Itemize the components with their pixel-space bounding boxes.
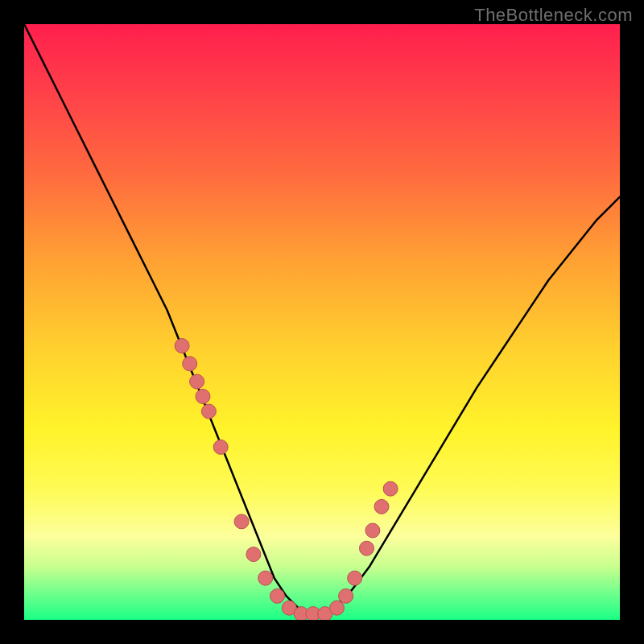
data-point	[196, 390, 210, 404]
data-point	[175, 339, 189, 353]
data-point	[365, 523, 380, 538]
data-point	[246, 547, 261, 562]
data-point	[330, 601, 345, 615]
data-point	[213, 440, 228, 454]
data-point	[234, 514, 249, 529]
chart-svg	[24, 24, 620, 620]
bottleneck-curve	[24, 24, 620, 614]
data-point	[258, 571, 273, 585]
data-point	[348, 571, 362, 585]
plot-background	[24, 24, 620, 620]
data-point	[190, 374, 204, 389]
watermark-text: TheBottleneck.com	[474, 5, 633, 26]
chart-frame: TheBottleneck.com	[0, 0, 644, 644]
data-point	[360, 541, 374, 555]
data-point	[383, 481, 398, 496]
data-point	[339, 588, 353, 603]
data-point	[374, 499, 389, 514]
data-point	[183, 357, 197, 371]
data-point	[201, 404, 216, 419]
data-point	[270, 588, 285, 603]
